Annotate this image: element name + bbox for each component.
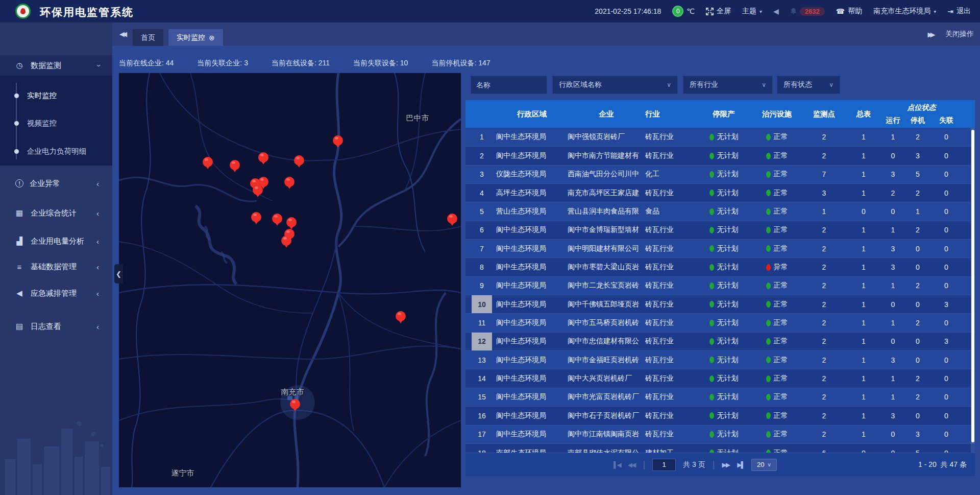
map-pin-17[interactable] (290, 399, 300, 409)
cell-monitor-count: 2 (802, 221, 846, 239)
table-row[interactable]: 5营山生态环境局营山县润丰肉食品有限食品无计划正常10010 (465, 202, 975, 220)
table-row[interactable]: 15阆中生态环境局阆中市光富页岩机砖厂砖瓦行业无计划正常21120 (465, 388, 975, 406)
cell-facility-status: 正常 (751, 333, 802, 350)
sidebar-group-数据监测[interactable]: ◷数据监测‹ (0, 55, 112, 76)
next-page-icon[interactable]: ▶▶ (722, 461, 730, 468)
table-row[interactable]: 9阆中生态环境局阆中市二龙长宝页岩砖砖瓦行业无计划正常21120 (465, 276, 975, 295)
tab-实时监控[interactable]: 实时监控⊗ (168, 29, 223, 46)
cell-run-count: 3 (881, 166, 904, 183)
map-pin-4[interactable] (294, 155, 304, 166)
cell-index: 9 (465, 277, 494, 295)
cell-index: 17 (465, 426, 494, 443)
table-row[interactable]: 3仪陇生态环境局西南油气田分公司川中化工无计划正常71350 (465, 165, 975, 183)
cell-lost-count: 0 (931, 444, 962, 453)
table-row[interactable]: 13阆中生态环境局阆中市金福旺页岩机砖砖瓦行业无计划正常21300 (465, 350, 975, 369)
cell-run-count: 1 (881, 388, 904, 406)
status-dot-icon (709, 282, 714, 289)
map-pin-1[interactable] (203, 157, 213, 167)
sidebar-group-企业用电量分析[interactable]: ▟企业用电量分析‹ (0, 231, 112, 251)
cell-company: 阆中市二龙长宝页岩砖 (568, 277, 645, 295)
last-page-icon[interactable]: ▶▌ (737, 461, 744, 468)
cell-meter-count: 1 (846, 221, 881, 239)
cell-region: 阆中生态环境局 (494, 314, 568, 332)
table-row[interactable]: 10阆中生态环境局阆中千佛镇五郎垭页岩砖瓦行业无计划正常21003 (465, 295, 975, 313)
table-scrollbar[interactable] (971, 128, 975, 453)
table-row[interactable]: 17阆中生态环境局阆中市江南镇阆南页岩砖瓦行业无计划正常21030 (465, 425, 975, 443)
tabs-scroll-left-icon[interactable]: ◀◀ (119, 30, 124, 38)
close-operations-button[interactable]: 关闭操作 (945, 30, 974, 39)
row-number: 2 (472, 147, 492, 164)
first-page-icon[interactable]: ▌◀ (614, 461, 621, 468)
cell-industry: 砖瓦行业 (645, 369, 696, 387)
status-filter-select[interactable]: 所有状态∨ (777, 76, 840, 94)
help-button[interactable]: ☎ 帮助 (836, 7, 862, 16)
mute-button[interactable]: ◀ (773, 7, 779, 15)
map-pin-2[interactable] (230, 160, 240, 170)
sidebar-collapse-handle[interactable]: ❮ (114, 264, 123, 284)
sidebar-group-企业异常[interactable]: !企业异常‹ (0, 173, 112, 194)
tab-首页[interactable]: 首页 (133, 29, 163, 46)
sidebar-item-企业电力负荷明细[interactable]: 企业电力负荷明细 (0, 142, 112, 160)
table-row[interactable]: 14阆中生态环境局阆中大兴页岩机砖厂砖瓦行业无计划正常21120 (465, 369, 975, 387)
industry-filter-select[interactable]: 所有行业∨ (683, 76, 773, 94)
sidebar-group-应急减排管理[interactable]: ◀应急减排管理‹ (0, 283, 112, 303)
map-pin-5[interactable] (333, 135, 343, 146)
scrollbar-thumb[interactable] (971, 130, 974, 442)
sidebar-submenu: 实时监控视频监控企业电力负荷明细 (0, 76, 112, 166)
chevron-left-icon: ‹ (96, 289, 99, 298)
table-row[interactable]: 6阆中生态环境局阆中市金博瑞新型墙材砖瓦行业无计划正常21120 (465, 221, 975, 239)
sidebar-group-企业综合统计[interactable]: ▦企业综合统计‹ (0, 203, 112, 223)
theme-menu[interactable]: 主题▾ (742, 7, 762, 16)
page-number-input[interactable] (652, 459, 676, 471)
cell-industry: 砖瓦行业 (645, 277, 696, 295)
table-row[interactable]: 2阆中生态环境局阆中市南方节能建材有砖瓦行业无计划正常21030 (465, 146, 975, 164)
cell-monitor-count: 2 (802, 258, 846, 276)
table-body: 1阆中生态环境局阆中强锐页岩砖厂砖瓦行业无计划正常211202阆中生态环境局阆中… (465, 128, 975, 453)
map-panel[interactable]: 巴中市南充市遂宁市 (119, 73, 461, 487)
pagination-bar: ▌◀ ◀◀ | 共 3 页 | ▶▶ ▶▌ 20∨ 1 - 20 共 47 条 (465, 453, 975, 476)
table-row[interactable]: 8阆中生态环境局阆中市枣碧大梁山页岩砖瓦行业无计划异常21300 (465, 257, 975, 276)
alarm-indicator[interactable]: 2632 (790, 7, 825, 16)
fullscreen-button[interactable]: 全屏 (706, 7, 731, 16)
map-pin-3[interactable] (258, 152, 268, 162)
map-pin-10[interactable] (251, 212, 261, 222)
org-menu[interactable]: 南充市生态环境局▾ (873, 7, 936, 16)
map-pin-12[interactable] (286, 217, 297, 227)
map-pin-15[interactable] (447, 214, 457, 224)
cell-halt-count: 0 (904, 258, 931, 276)
table-row[interactable]: 7阆中生态环境局阆中明阳建材有限公司砖瓦行业无计划正常21300 (465, 239, 975, 257)
logout-button[interactable]: ⇥ 退出 (947, 7, 971, 16)
table-row[interactable]: 12阆中生态环境局阆中市忠信建材有限公砖瓦行业无计划正常21003 (465, 332, 975, 350)
page-size-select[interactable]: 20∨ (751, 459, 777, 471)
sidebar-item-实时监控[interactable]: 实时监控 (0, 86, 112, 105)
region-filter-select[interactable]: 行政区域名称∨ (552, 76, 678, 94)
table-row[interactable]: 18南部生态环境局南部县砌佳水泥有限公建材加工无计划正常60050 (465, 443, 975, 453)
cell-monitor-count: 2 (802, 407, 846, 425)
map-pin-8[interactable] (253, 185, 263, 195)
bullet-icon (14, 121, 19, 126)
name-filter-input[interactable] (471, 76, 547, 94)
cell-facility-status: 正常 (751, 166, 802, 183)
table-row[interactable]: 11阆中生态环境局阆中市五马桥页岩机砖砖瓦行业无计划正常21120 (465, 313, 975, 332)
sidebar-item-视频监控[interactable]: 视频监控 (0, 114, 112, 132)
map-pin-11[interactable] (272, 214, 282, 224)
sidebar-group-基础数据管理[interactable]: ≡基础数据管理‹ (0, 256, 112, 277)
cell-region: 阆中生态环境局 (494, 221, 568, 239)
table-row[interactable]: 16阆中生态环境局阆中市石子页岩机砖厂砖瓦行业无计划正常21300 (465, 406, 975, 425)
sidebar-group-日志查看[interactable]: ▤日志查看‹ (0, 316, 112, 337)
table-row[interactable]: 1阆中生态环境局阆中强锐页岩砖厂砖瓦行业无计划正常21120 (465, 128, 975, 146)
cell-meter-count: 1 (846, 240, 881, 257)
cell-monitor-count: 7 (802, 166, 846, 183)
cell-industry: 砖瓦行业 (645, 295, 696, 313)
cell-industry: 食品 (645, 202, 696, 220)
app-root: 环保用电监管系统 2021-02-25 17:46:18 0 ℃ 全屏 主题▾ … (0, 0, 980, 495)
table-row[interactable]: 4高坪生态环境局南充市高坪区王家店建砖瓦行业无计划正常31220 (465, 183, 975, 202)
cell-lost-count: 0 (931, 314, 962, 332)
map-pin-16[interactable] (396, 311, 406, 321)
row-number: 15 (472, 388, 492, 406)
prev-page-icon[interactable]: ◀◀ (628, 461, 636, 468)
tab-close-icon[interactable]: ⊗ (209, 34, 215, 42)
map-pin-9[interactable] (284, 177, 295, 187)
map-pin-14[interactable] (281, 235, 291, 246)
tabs-scroll-right-icon[interactable]: ▶▶ (927, 31, 932, 38)
